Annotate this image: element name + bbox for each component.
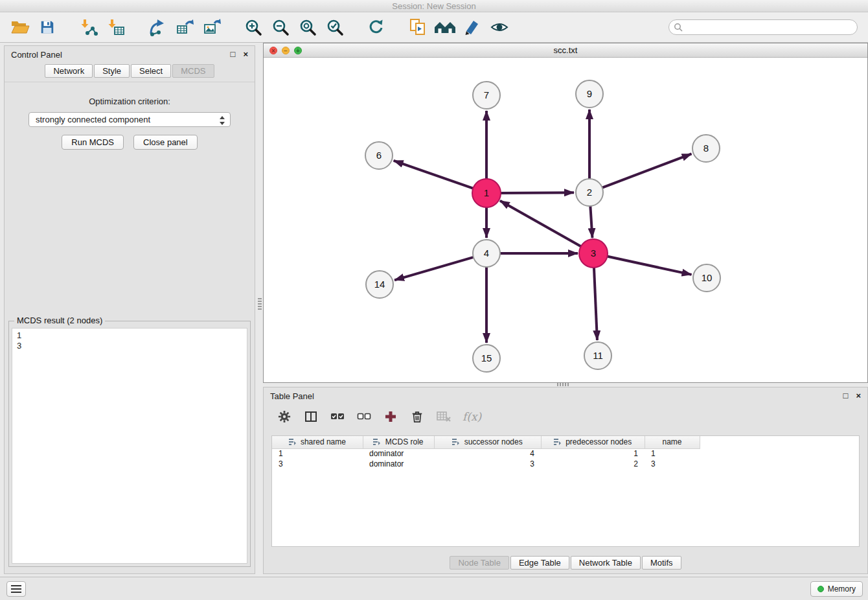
graph-node-4[interactable]: 4 xyxy=(473,240,500,267)
graph-edge-1-6[interactable] xyxy=(394,161,475,189)
save-session-button[interactable] xyxy=(34,14,61,40)
status-menu-button[interactable] xyxy=(6,581,26,597)
tab-node-table[interactable]: Node Table xyxy=(450,556,509,570)
zoom-out-button[interactable] xyxy=(267,14,294,40)
tab-mcds[interactable]: MCDS xyxy=(172,64,214,78)
zoom-fit-button[interactable] xyxy=(294,14,321,40)
tab-style[interactable]: Style xyxy=(94,64,130,78)
svg-text:7: 7 xyxy=(484,89,489,100)
save-icon xyxy=(40,19,55,35)
table-row[interactable]: 3dominator323 xyxy=(272,459,700,469)
column-header-icon xyxy=(452,439,459,445)
import-network-button[interactable] xyxy=(75,14,102,40)
zoom-in-icon xyxy=(244,18,262,36)
svg-text:3: 3 xyxy=(591,248,596,259)
network-window-titlebar[interactable]: × − + scc.txt xyxy=(264,43,867,58)
table-cell: dominator xyxy=(363,459,434,469)
control-panel: Control Panel □ × Network Style Select M… xyxy=(4,45,255,574)
close-table-panel-icon[interactable]: × xyxy=(856,391,861,400)
network-canvas[interactable]: 7968124314101511 xyxy=(264,58,867,382)
search-input[interactable] xyxy=(668,19,858,35)
maximize-window-icon[interactable]: + xyxy=(294,47,302,54)
memory-button[interactable]: Memory xyxy=(810,581,863,597)
criterion-dropdown[interactable]: strongly connected component xyxy=(29,112,231,127)
table-cell: 1 xyxy=(645,448,700,459)
graph-node-9[interactable]: 9 xyxy=(576,80,603,108)
float-table-panel-icon[interactable]: □ xyxy=(843,391,849,400)
close-panel-button[interactable]: Close panel xyxy=(133,135,198,150)
horizontal-splitter-handle[interactable] xyxy=(557,383,570,386)
minimize-window-icon[interactable]: − xyxy=(282,47,290,54)
vertical-splitter-handle[interactable] xyxy=(258,298,262,311)
close-window-icon[interactable]: × xyxy=(269,47,277,54)
duplicate-network-button[interactable] xyxy=(404,14,431,40)
create-column-button[interactable] xyxy=(383,409,398,424)
delete-table-icon xyxy=(437,411,451,422)
table-cell: 4 xyxy=(434,448,541,459)
graph-edge-2-3[interactable] xyxy=(590,205,592,238)
table-panel-header: Table Panel □ × xyxy=(264,387,867,404)
delete-table-button[interactable] xyxy=(436,409,451,424)
run-mcds-button[interactable]: Run MCDS xyxy=(62,135,124,150)
tab-select[interactable]: Select xyxy=(131,64,171,78)
column-header-shared-name[interactable]: shared name xyxy=(272,436,363,448)
apply-style-button[interactable] xyxy=(459,14,486,40)
open-file-button[interactable] xyxy=(6,14,34,40)
graph-node-2[interactable]: 2 xyxy=(576,179,603,206)
tab-motifs[interactable]: Motifs xyxy=(642,556,681,570)
tab-network[interactable]: Network xyxy=(45,64,93,78)
close-panel-icon[interactable]: × xyxy=(243,50,248,59)
main-toolbar xyxy=(0,12,868,43)
svg-text:4: 4 xyxy=(484,248,489,259)
table-row[interactable]: 1dominator411 xyxy=(272,448,700,459)
float-panel-icon[interactable]: □ xyxy=(231,50,236,59)
tab-edge-table[interactable]: Edge Table xyxy=(510,556,569,570)
graph-node-10[interactable]: 10 xyxy=(693,264,720,292)
unselect-all-columns-button[interactable] xyxy=(356,409,372,424)
mcds-result-text[interactable]: 1 3 xyxy=(12,328,247,564)
graph-node-7[interactable]: 7 xyxy=(473,82,500,109)
duplicate-network-icon xyxy=(409,18,427,36)
status-bar: Memory xyxy=(0,577,868,600)
graph-edge-2-8[interactable] xyxy=(601,154,692,188)
column-header-successor-nodes[interactable]: successor nodes xyxy=(434,436,541,448)
graph-edge-3-11[interactable] xyxy=(594,266,597,340)
column-header-mcds-role[interactable]: MCDS role xyxy=(363,436,434,448)
plus-icon xyxy=(384,410,397,423)
show-columns-button[interactable] xyxy=(303,409,319,424)
select-all-columns-button[interactable] xyxy=(330,409,345,424)
show-details-button[interactable] xyxy=(486,14,513,40)
tab-network-table[interactable]: Network Table xyxy=(571,556,641,570)
graph-node-14[interactable]: 14 xyxy=(366,271,393,298)
graph-node-11[interactable]: 11 xyxy=(584,342,611,369)
export-table-button[interactable] xyxy=(171,14,198,40)
column-header-name[interactable]: name xyxy=(645,436,700,448)
delete-columns-button[interactable] xyxy=(409,409,425,424)
criterion-dropdown-value: strongly connected component xyxy=(36,115,150,124)
graph-node-6[interactable]: 6 xyxy=(365,142,393,169)
graph-node-3[interactable]: 3 xyxy=(579,239,608,268)
export-image-icon xyxy=(203,18,221,36)
function-builder-button[interactable]: f(x) xyxy=(463,409,481,424)
graph-edge-3-10[interactable] xyxy=(606,256,692,275)
refresh-view-button[interactable] xyxy=(363,14,390,40)
graph-edge-3-1[interactable] xyxy=(500,201,583,248)
graph-node-1[interactable]: 1 xyxy=(472,179,501,207)
graph-edge-4-14[interactable] xyxy=(394,257,475,280)
window-titlebar[interactable]: Session: New Session xyxy=(0,0,868,12)
home-button[interactable] xyxy=(431,14,459,40)
share-network-button[interactable] xyxy=(144,14,171,40)
eye-icon xyxy=(490,19,508,35)
graph-node-8[interactable]: 8 xyxy=(692,135,720,162)
zoom-in-button[interactable] xyxy=(240,14,267,40)
graph-edge-1-2[interactable] xyxy=(499,192,574,193)
svg-text:2: 2 xyxy=(587,187,592,198)
table-settings-button[interactable] xyxy=(277,409,292,424)
zoom-selected-button[interactable] xyxy=(321,14,348,40)
network-view-window: × − + scc.txt 7968124314101511 xyxy=(263,43,868,383)
column-header-predecessor-nodes[interactable]: predecessor nodes xyxy=(541,436,645,448)
graph-node-15[interactable]: 15 xyxy=(473,345,500,372)
import-table-button[interactable] xyxy=(102,14,130,40)
table-header-row: shared name MCDS role successor nodes pr… xyxy=(272,436,700,448)
export-image-button[interactable] xyxy=(198,14,225,40)
